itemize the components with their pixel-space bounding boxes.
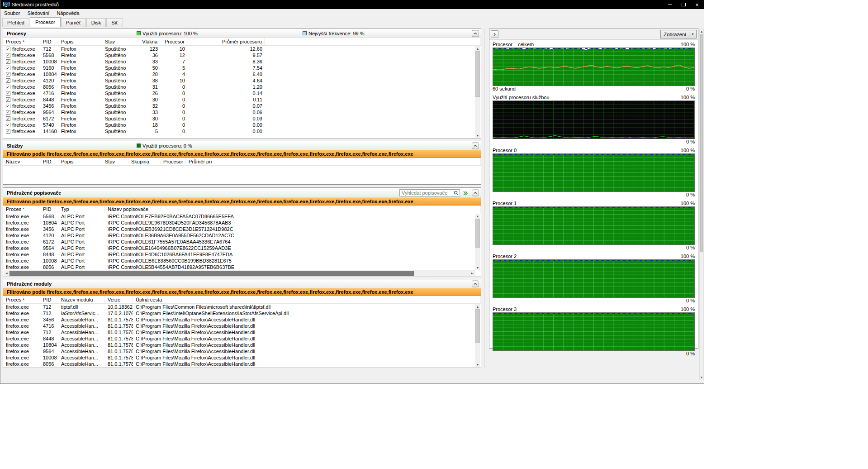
handle-row[interactable]: firefox.exe9564ALPC Port\RPC Control\OLE… [3, 245, 475, 251]
scroll-up-icon[interactable]: ▲ [700, 29, 703, 34]
collapse-services-button[interactable] [472, 142, 479, 149]
module-row[interactable]: firefox.exe712tiptsf.dll10.0.18362...C:\… [3, 304, 475, 310]
col-prumer-pro[interactable]: Průměr pro... [186, 158, 212, 165]
scroll-up-icon[interactable]: ▲ [475, 214, 480, 219]
handle-row[interactable]: firefox.exe4120ALPC Port\RPC Control\OLE… [3, 232, 475, 239]
module-row[interactable]: firefox.exe4716AccessibleHan...81.0.1.75… [3, 323, 475, 329]
process-checkbox[interactable]: ✓ [6, 59, 10, 64]
col-procesor[interactable]: Procesor [161, 158, 186, 165]
scroll-thumb[interactable] [700, 34, 703, 252]
module-row[interactable]: firefox.exe712AccessibleHan...81.0.1.757… [3, 329, 475, 335]
module-row[interactable]: firefox.exe3456AccessibleHan...81.0.1.75… [3, 316, 475, 323]
scroll-thumb[interactable] [475, 219, 480, 248]
col-vlakna[interactable]: Vlákna [138, 38, 160, 45]
scroll-up-icon[interactable]: ▲ [475, 46, 480, 51]
col-popis[interactable]: Popis [58, 38, 102, 45]
col-stav[interactable]: Stav [102, 38, 138, 45]
process-checkbox[interactable]: ✓ [6, 47, 10, 51]
collapse-handles-button[interactable] [472, 189, 479, 196]
scroll-thumb[interactable] [9, 271, 414, 276]
handles-horizontal-scrollbar[interactable]: ◄ ► [4, 270, 475, 276]
handle-row[interactable]: firefox.exe5568ALPC Port\RPC Control\OLE… [3, 213, 475, 220]
col-verze[interactable]: Verze [105, 296, 133, 303]
maximize-button[interactable] [677, 0, 690, 9]
tab-pamet[interactable]: Paměť [61, 18, 86, 27]
col-pid[interactable]: PID [40, 38, 58, 45]
menu-sledovani[interactable]: Sledování [27, 10, 49, 16]
process-row[interactable]: ✓firefox.exe8448FirefoxSpuštěno3000.11 [3, 96, 475, 103]
tab-procesor[interactable]: Procesor [30, 17, 61, 27]
scroll-thumb[interactable] [475, 51, 480, 97]
process-checkbox[interactable]: ✓ [6, 91, 10, 96]
scroll-thumb[interactable] [475, 309, 480, 343]
process-row[interactable]: ✓firefox.exe5740FirefoxSpuštěno1800.00 [3, 122, 475, 128]
col-uplna-cesta[interactable]: Úplná cesta [133, 296, 481, 303]
handle-row[interactable]: firefox.exe10008ALPC Port\RPC Control\OL… [3, 258, 475, 264]
search-go-icon[interactable] [462, 190, 469, 196]
process-row[interactable]: ✓firefox.exe6172FirefoxSpuštěno3000.03 [3, 115, 475, 122]
handle-search-input[interactable] [400, 190, 452, 196]
process-checkbox[interactable]: ✓ [6, 53, 10, 57]
collapse-modules-button[interactable] [472, 280, 479, 287]
scroll-up-icon[interactable]: ▲ [475, 304, 480, 309]
minimize-button[interactable] [663, 0, 677, 9]
collapse-graphs-button[interactable] [491, 30, 498, 38]
process-row[interactable]: ✓firefox.exe4716FirefoxSpuštěno2600.14 [3, 90, 475, 96]
col-stav[interactable]: Stav [102, 158, 128, 165]
module-row[interactable]: firefox.exe712iaStorAfsServic...17.0.2.1… [3, 310, 475, 316]
processes-scrollbar[interactable]: ▲ ▼ [475, 46, 480, 138]
module-row[interactable]: firefox.exe10804AccessibleHan...81.0.1.7… [3, 342, 475, 348]
menu-napoveda[interactable]: Nápověda [57, 10, 79, 16]
process-checkbox[interactable]: ✓ [6, 78, 10, 83]
process-checkbox[interactable]: ✓ [6, 110, 10, 115]
col-skupina[interactable]: Skupina [128, 158, 161, 165]
process-row[interactable]: ✓firefox.exe10804FirefoxSpuštěno2846.40 [3, 71, 475, 77]
scroll-track[interactable] [475, 219, 480, 265]
process-checkbox[interactable]: ✓ [6, 85, 10, 89]
scroll-down-icon[interactable]: ▼ [700, 375, 703, 380]
col-prumer-procesoru[interactable]: Průměr procesoru [187, 38, 265, 45]
process-row[interactable]: ✓firefox.exe14160FirefoxSpuštěno500.00 [3, 128, 475, 134]
col-nazev-popisovace[interactable]: Název popisovače [105, 206, 481, 213]
process-row[interactable]: ✓firefox.exe3456FirefoxSpuštěno3200.07 [3, 103, 475, 109]
col-pid[interactable]: PID [40, 206, 58, 213]
handle-row[interactable]: firefox.exe8448ALPC Port\RPC Control\OLE… [3, 251, 475, 258]
col-proces[interactable]: Proces▴ [3, 296, 40, 303]
scroll-track[interactable] [475, 51, 480, 133]
col-pid[interactable]: PID [40, 296, 58, 303]
col-nazev[interactable]: Název [3, 158, 40, 165]
scroll-track[interactable] [9, 270, 469, 276]
col-popis[interactable]: Popis [58, 158, 102, 165]
col-nazev-modulu[interactable]: Název modulu [58, 296, 105, 303]
process-checkbox[interactable]: ✓ [6, 129, 10, 134]
scroll-left-icon[interactable]: ◄ [4, 270, 9, 276]
col-pid[interactable]: PID [40, 158, 58, 165]
process-checkbox[interactable]: ✓ [6, 104, 10, 108]
process-checkbox[interactable]: ✓ [6, 123, 10, 127]
col-procesor[interactable]: Procesor [160, 38, 187, 45]
modules-scrollbar[interactable]: ▲ ▼ [475, 304, 480, 367]
process-checkbox[interactable]: ✓ [6, 66, 10, 70]
scroll-down-icon[interactable]: ▼ [475, 133, 480, 138]
process-row[interactable]: ✓firefox.exe8056FirefoxSpuštěno3101.20 [3, 84, 475, 90]
tab-sit[interactable]: Síť [106, 18, 123, 27]
module-row[interactable]: firefox.exe9564AccessibleHan...81.0.1.75… [3, 348, 475, 354]
col-proces[interactable]: Proces▴ [3, 206, 40, 213]
handle-row[interactable]: firefox.exe6172ALPC Port\RPC Control\OLE… [3, 239, 475, 245]
process-checkbox[interactable]: ✓ [6, 97, 10, 102]
scroll-track[interactable] [700, 34, 703, 375]
module-row[interactable]: firefox.exe8056AccessibleHan...81.0.1.75… [3, 361, 475, 366]
process-row[interactable]: ✓firefox.exe4120FirefoxSpuštěno38104.64 [3, 77, 475, 84]
col-proces[interactable]: Proces▴ [3, 38, 40, 45]
scroll-right-icon[interactable]: ► [469, 270, 475, 276]
handle-row[interactable]: firefox.exe10804ALPC Port\RPC Control\OL… [3, 220, 475, 226]
process-row[interactable]: ✓firefox.exe712FirefoxSpuštěno1231012.60 [3, 46, 475, 52]
scroll-track[interactable] [475, 309, 480, 362]
module-row[interactable]: firefox.exe10008AccessibleHan...81.0.1.7… [3, 354, 475, 361]
tab-disk[interactable]: Disk [86, 18, 106, 27]
handles-scrollbar[interactable]: ▲ ▼ [475, 214, 480, 270]
handle-row[interactable]: firefox.exe3456ALPC Port\RPC Control\OLE… [3, 226, 475, 232]
process-checkbox[interactable]: ✓ [6, 72, 10, 77]
tab-prehled[interactable]: Přehled [2, 18, 29, 27]
menu-soubor[interactable]: Soubor [4, 10, 20, 16]
